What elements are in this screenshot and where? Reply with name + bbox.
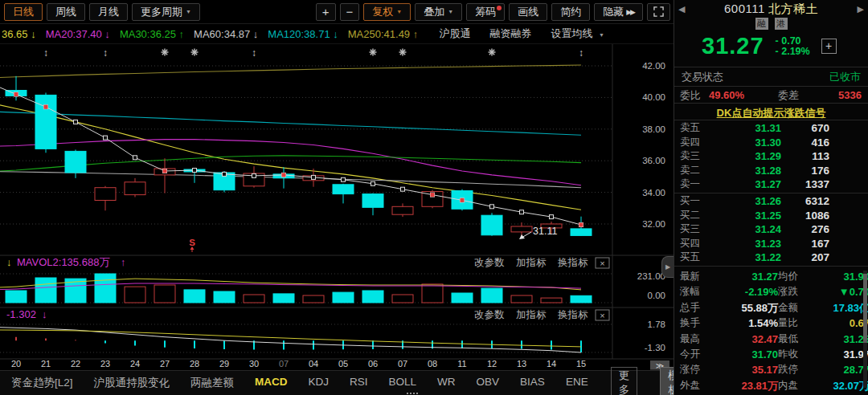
add-indicator-button[interactable]: 加指标	[516, 257, 547, 268]
ma-label: MA20:37.40 ↓	[46, 28, 110, 40]
ask-row[interactable]: 卖三31.29113	[674, 149, 868, 164]
price-axis-label: 38.00	[642, 124, 665, 134]
ma-line-MA30	[0, 156, 581, 172]
price-axis-label: 36.00	[642, 156, 665, 165]
next-stock-arrow[interactable]: ▶	[858, 4, 864, 14]
add-indicator-button[interactable]: 加指标	[516, 309, 547, 320]
ma-line-MA250	[0, 65, 581, 78]
fullscreen-button[interactable]	[647, 3, 670, 21]
ask-row[interactable]: 卖五31.31670	[674, 121, 868, 136]
bid-row[interactable]: 买三31.24276	[674, 222, 868, 237]
trend-point-marker	[490, 205, 494, 209]
tab-more-periods[interactable]: 更多周期▼	[132, 3, 200, 21]
indicator-tab-资金趋势[L2][interactable]: 资金趋势[L2]	[11, 376, 73, 390]
add-watchlist-button[interactable]: +	[821, 39, 837, 54]
hgt-link[interactable]: 沪股通	[439, 26, 470, 41]
main-pane	[0, 65, 592, 238]
tab-daily[interactable]: 日线	[4, 3, 43, 21]
hide-button[interactable]: 隐藏▶▶	[594, 3, 643, 21]
indicator-tab-BIAS[interactable]: BIAS	[520, 376, 545, 390]
indicator-tab-KDJ[interactable]: KDJ	[309, 376, 330, 390]
bid-row[interactable]: 买二31.251086	[674, 209, 868, 223]
ask-row[interactable]: 卖四31.30416	[674, 136, 868, 150]
close-icon[interactable]: ×	[600, 311, 604, 320]
expand-icon	[653, 6, 664, 17]
bid-row[interactable]: 买一31.266312	[674, 194, 868, 209]
indicator-tab-ENE[interactable]: ENE	[566, 376, 588, 390]
mavol-label: MAVOL2:135.688万	[17, 256, 109, 268]
overlay-button[interactable]: 叠加▼	[415, 3, 462, 21]
trend-point-marker	[104, 136, 108, 140]
volume-bar	[511, 295, 532, 303]
stock-app-window: 日线 周线 月线 更多周期▼ + − 复权▼ 叠加▼ 筹码 画线 简约 隐藏▶▶…	[0, 0, 868, 395]
chip-distribution-button[interactable]: 筹码	[466, 3, 505, 21]
draw-line-button[interactable]: 画线	[509, 3, 547, 21]
switch-indicator-button[interactable]: 换指标	[558, 309, 588, 320]
updown-marker-icon: ↕	[103, 47, 108, 59]
dk-signal-dot	[163, 169, 167, 173]
dk-signal-row: DK点自动提示涨跌信号	[674, 104, 868, 120]
tab-monthly[interactable]: 月线	[89, 3, 128, 21]
volume-bar	[452, 293, 473, 303]
stat-row: 今开31.70昨收31.97	[674, 347, 868, 362]
volume-bar	[333, 292, 354, 303]
bid-row[interactable]: 买五31.22207	[674, 250, 868, 265]
x-axis: 1720212223242728293007040506070811121314…	[0, 359, 586, 369]
indicator-tab-WR[interactable]: WR	[437, 376, 456, 390]
volume-bar	[154, 285, 175, 303]
macd-value-label: -1.302	[6, 308, 36, 320]
price-axis-label: 42.00	[642, 61, 665, 71]
chart-area: 日线 周线 月线 更多周期▼ + − 复权▼ 叠加▼ 筹码 画线 简约 隐藏▶▶…	[0, 0, 674, 395]
prev-stock-arrow[interactable]: ◀	[678, 4, 685, 14]
macd-dea-line	[0, 330, 581, 347]
change-params-button[interactable]: 改参数	[474, 257, 505, 268]
indicator-tab-MACD[interactable]: MACD	[255, 376, 288, 390]
panel-collapse-handle[interactable]: ▶	[661, 256, 674, 278]
x-axis-label: 07	[279, 359, 289, 369]
ma-settings-link[interactable]: 设置均线 ▼	[551, 26, 604, 41]
panel-scrollbar[interactable]	[863, 271, 867, 388]
trend-point-marker	[223, 172, 227, 176]
bottom-grip-handle[interactable]	[407, 393, 418, 394]
ask-row[interactable]: 卖一31.271337	[674, 177, 868, 192]
hk-connect-badge: 港	[775, 18, 788, 30]
change-params-button[interactable]: 改参数	[474, 309, 505, 320]
zoom-out-button[interactable]: −	[340, 3, 360, 21]
stat-row: 涨停35.17跌停28.77	[674, 362, 868, 377]
simple-mode-button[interactable]: 简约	[551, 3, 590, 21]
more-indicators-button[interactable]: 更多	[611, 367, 638, 395]
close-icon[interactable]: ×	[600, 259, 604, 268]
status-value: 已收市	[829, 67, 861, 86]
tab-weekly[interactable]: 周线	[47, 3, 85, 21]
volume-bar	[392, 295, 413, 303]
indicator-tab-沪股通持股变化[interactable]: 沪股通持股变化	[94, 376, 170, 390]
indicator-tab-两融差额[interactable]: 两融差额	[190, 376, 234, 390]
trend-point-marker	[133, 156, 137, 160]
x-axis-label: 15	[576, 359, 586, 369]
flower-marker-icon	[162, 49, 169, 56]
dk-signal-link[interactable]: DK点自动提示涨跌信号	[717, 107, 826, 119]
sell-signal-marker: S	[189, 238, 195, 247]
zoom-in-button[interactable]: +	[316, 3, 336, 21]
x-axis-label: 24	[130, 359, 140, 369]
margin-trading-link[interactable]: 融资融券	[489, 26, 531, 41]
bid-row[interactable]: 买四31.23167	[674, 237, 868, 251]
ask-orders: 卖五31.31670卖四31.30416卖三31.29113卖二31.28176…	[674, 120, 868, 193]
volume-bar	[273, 294, 294, 303]
ask-row[interactable]: 卖二31.28176	[674, 164, 868, 178]
price-axis-label: 34.00	[642, 188, 665, 198]
macd-axis-min: -1.30	[645, 343, 665, 352]
chevron-down-icon: ▼	[396, 9, 402, 14]
kline-chart[interactable]: ↓ MAVOL2:135.688万 ↑ 改参数 加指标 换指标 × 231.00…	[0, 44, 674, 370]
adjust-price-button[interactable]: 复权▼	[363, 3, 411, 21]
volume-bar	[95, 274, 116, 303]
indicator-tab-OBV[interactable]: OBV	[477, 376, 500, 390]
trend-point-marker	[312, 175, 316, 179]
notification-dot-icon	[497, 6, 502, 10]
indicator-tab-RSI[interactable]: RSI	[350, 376, 368, 390]
indicator-tab-BOLL[interactable]: BOLL	[389, 376, 417, 390]
x-axis-label: 20	[11, 359, 21, 369]
flower-marker-icon	[191, 49, 199, 56]
main-toolbar: 日线 周线 月线 更多周期▼ + − 复权▼ 叠加▼ 筹码 画线 简约 隐藏▶▶	[0, 0, 674, 24]
switch-indicator-button[interactable]: 换指标	[558, 257, 588, 268]
